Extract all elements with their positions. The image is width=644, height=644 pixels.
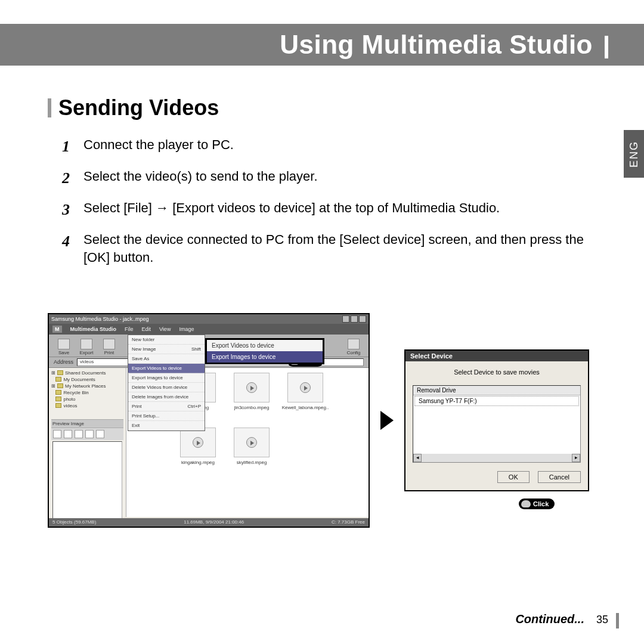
zoom-out-icon[interactable] (75, 430, 83, 438)
menu-item-new-folder[interactable]: New folder (128, 335, 205, 345)
step-text: Select the device connected to PC from t… (83, 231, 596, 266)
page-accent-bar (616, 613, 619, 628)
scroll-left-icon[interactable]: ◂ (413, 454, 422, 462)
app-title-text: Samsung Multimedia Studio - jack..mpeg (51, 316, 149, 322)
step-text: Select [File] → [Export videos to device… (83, 199, 500, 220)
tree-item[interactable]: ⊞ Shared Documents (51, 370, 123, 376)
folder-icon (55, 403, 61, 408)
video-icon (193, 437, 203, 448)
tree-item[interactable]: videos (51, 403, 123, 408)
menu-view[interactable]: View (159, 326, 171, 332)
page-number: 35 (596, 614, 608, 626)
preview-area (52, 441, 122, 519)
menu-item-export-videos[interactable]: Export Videos to device (128, 364, 205, 373)
step-text: Select the video(s) to send to the playe… (83, 168, 318, 188)
step-number: 4 (62, 231, 80, 266)
minimize-icon[interactable] (342, 315, 349, 323)
header-accent-bar (605, 36, 608, 58)
file-menu-dropdown: New folder New ImageShift Save As Export… (128, 335, 205, 431)
preview-tool-icon[interactable] (96, 430, 104, 438)
print-icon (103, 339, 115, 349)
page-title: Using Multimedia Studio (280, 30, 593, 60)
menu-item-export-images[interactable]: Export Images to device (128, 373, 205, 383)
preview-label: Preview Image (51, 419, 123, 428)
list-column-header: Removal Drive (413, 386, 580, 395)
cancel-button[interactable]: Cancel (538, 471, 581, 483)
step-item: 4 Select the device connected to PC from… (62, 231, 596, 266)
zoom-in-icon[interactable] (64, 430, 72, 438)
folder-icon (55, 397, 61, 401)
steps-list: 1 Connect the player to PC. 2 Select the… (48, 136, 596, 267)
export-icon (80, 339, 92, 349)
click-label: Click (533, 500, 549, 507)
menu-item-save-as[interactable]: Save As (128, 354, 205, 364)
video-icon (300, 382, 311, 393)
select-device-dialog: Select Device Select Device to save movi… (404, 349, 589, 491)
video-thumb[interactable]: jin3combo.mpeg (228, 373, 275, 410)
menu-file[interactable]: File (125, 326, 134, 332)
section-title-text: Sending Videos (58, 95, 219, 120)
folder-tree-sidebar: ⊞ Shared Documents My Documents ⊞ My Net… (49, 368, 126, 517)
window-controls (342, 315, 366, 323)
app-window-screenshot: Samsung Multimedia Studio - jack..mpeg M… (48, 313, 370, 528)
menu-item-delete-images[interactable]: Delete Images from device (128, 392, 205, 402)
toolbar-export[interactable]: Export (76, 339, 97, 355)
menu-image[interactable]: Image (179, 326, 194, 332)
arrow-right-icon (380, 411, 394, 430)
click-annotation: Click (519, 499, 555, 509)
video-icon (246, 382, 257, 393)
continued-label: Continued... (515, 612, 584, 626)
menu-item-new-image[interactable]: New ImageShift (128, 345, 205, 354)
menu-item-print-setup[interactable]: Print Setup... (128, 411, 205, 421)
step-item: 2 Select the video(s) to send to the pla… (62, 168, 596, 188)
section-accent-bar (48, 98, 51, 117)
scroll-right-icon[interactable]: ▸ (572, 454, 580, 462)
dialog-title: Select Device (405, 351, 588, 361)
page-footer: Continued... 35 (515, 612, 608, 626)
language-label: ENG (628, 140, 640, 167)
status-file-info: 11.69MB, 9/9/2004 21:00:46 (184, 519, 244, 525)
preview-toolbar (51, 428, 123, 440)
ok-button[interactable]: OK (497, 471, 530, 483)
toolbar-print[interactable]: Print (99, 339, 119, 355)
device-listbox[interactable]: Removal Drive Samsung YP-T7 F(F:) ◂ ▸ (413, 385, 581, 463)
menu-item-exit[interactable]: Exit (128, 421, 205, 431)
language-tab: ENG (624, 130, 644, 178)
tree-item[interactable]: Recycle Bin (51, 390, 123, 395)
menu-item-delete-videos[interactable]: Delete Videos from device (128, 383, 205, 392)
step-text: Connect the player to PC. (83, 136, 234, 157)
header-band: Using Multimedia Studio (0, 24, 644, 66)
video-thumb[interactable]: Kewell_labona.mpeg.. (281, 373, 329, 410)
close-icon[interactable] (359, 315, 366, 323)
export-submenu: Export Videos to device Export Images to… (205, 338, 324, 364)
app-logo: M (52, 326, 62, 333)
submenu-export-videos[interactable]: Export Videos to device (207, 340, 323, 351)
status-bar: 5 Objects (59.67MB) 11.69MB, 9/9/2004 21… (49, 518, 369, 527)
menu-edit[interactable]: Edit (142, 326, 151, 332)
video-thumb[interactable]: kingaking.mpeg (174, 428, 222, 465)
zoom-fit-icon[interactable] (85, 430, 94, 438)
tree-item[interactable]: ⊞ My Network Places (51, 383, 123, 389)
config-icon (348, 339, 360, 349)
step-number: 2 (62, 168, 80, 188)
submenu-export-images[interactable]: Export Images to device (207, 351, 323, 363)
tree-item[interactable]: photo (51, 397, 123, 402)
toolbar-config[interactable]: Config (343, 339, 364, 355)
menu-item-print[interactable]: PrintCtrl+P (128, 402, 205, 411)
folder-icon (57, 370, 63, 375)
folder-icon (55, 390, 61, 395)
tree-item[interactable]: My Documents (51, 377, 123, 382)
app-menubar: M Multimedia Studio File Edit View Image (49, 324, 369, 335)
app-brand: Multimedia Studio (70, 326, 117, 332)
preview-tool-icon[interactable] (53, 430, 61, 438)
status-disk-free: C: 7.73GB Free (332, 519, 365, 525)
horizontal-scrollbar[interactable]: ◂ ▸ (413, 454, 580, 462)
step-item: 3 Select [File] → [Export videos to devi… (62, 199, 596, 220)
video-thumb[interactable]: skylified.mpeg (228, 428, 275, 465)
maximize-icon[interactable] (351, 315, 358, 323)
toolbar-save[interactable]: Save (54, 339, 74, 355)
device-list-item[interactable]: Samsung YP-T7 F(F:) (414, 396, 579, 406)
address-label: Address (54, 359, 73, 365)
step-number: 1 (62, 136, 80, 157)
dialog-text: Select Device to save movies (413, 369, 581, 376)
